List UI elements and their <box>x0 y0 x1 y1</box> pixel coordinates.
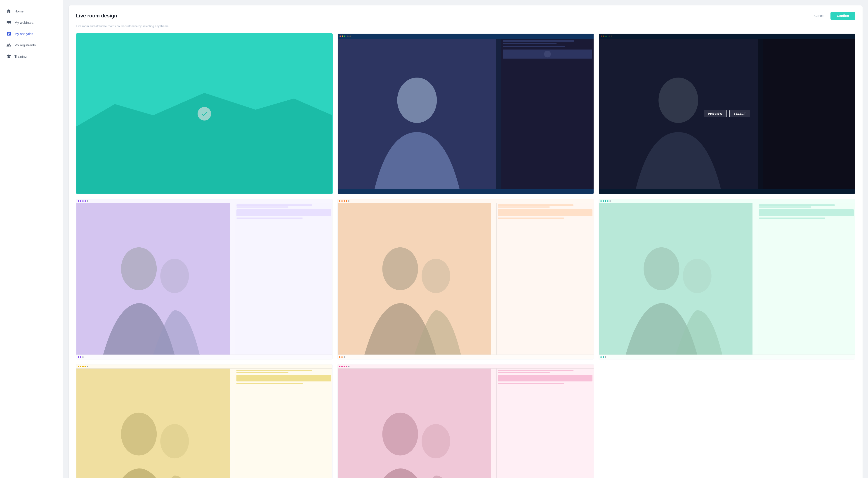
dpi3 <box>344 366 345 367</box>
theme-preview-purple <box>76 199 332 359</box>
fake-topbar-yellow <box>76 364 332 368</box>
green-bg-silhouette <box>76 82 332 193</box>
svg-point-3 <box>160 259 189 293</box>
dp1 <box>78 200 79 202</box>
fake-topbar-pink <box>338 364 594 368</box>
b-do3 <box>344 356 345 358</box>
dark-sidebar <box>501 39 594 189</box>
svg-point-8 <box>121 413 157 456</box>
fake-topbar-purple <box>76 199 332 203</box>
theme-preview-dark2: PREVIEW SELECT <box>599 34 855 194</box>
sidebar-label-analytics: My analytics <box>14 32 33 36</box>
dark-screenshot <box>338 34 594 194</box>
person-svg-yellow <box>76 391 230 478</box>
page-header: Live room design Cancel Confirm <box>76 12 855 20</box>
dot-green <box>344 35 345 37</box>
theme-card-pink[interactable] <box>337 364 594 478</box>
themes-grid: PREVIEW SELECT <box>76 33 855 478</box>
fake-topbar-orange <box>338 199 594 203</box>
dpi5 <box>348 366 349 367</box>
person-svg <box>338 61 496 189</box>
preview-button[interactable]: PREVIEW <box>704 110 726 117</box>
svg-point-6 <box>644 247 679 290</box>
theme-preview-yellow <box>76 364 332 478</box>
theme-preview-pink <box>338 364 594 478</box>
sidebar-item-registrants[interactable]: My registrants <box>0 39 63 51</box>
fake-sidebar-teal <box>758 203 855 355</box>
b-dp2 <box>80 356 81 358</box>
theme-card-orange[interactable] <box>337 199 594 360</box>
dp2 <box>80 200 81 202</box>
sidebar-label-webinars: My webinars <box>14 21 33 24</box>
dt4 <box>607 200 609 202</box>
dp5 <box>87 200 88 202</box>
registrants-icon <box>6 42 11 48</box>
dot-yellow <box>342 35 343 37</box>
dy4 <box>85 366 86 367</box>
fake-sidebar-yellow <box>235 368 332 478</box>
sidebar-item-analytics[interactable]: My analytics <box>0 28 63 39</box>
sidebar-item-home[interactable]: Home <box>0 5 63 17</box>
do4 <box>346 200 347 202</box>
svg-point-9 <box>160 424 189 458</box>
dot-red <box>340 35 341 37</box>
sidebar: Home My webinars My analytics My registr… <box>0 0 63 478</box>
dpi1 <box>339 366 340 367</box>
svg-point-7 <box>683 259 711 293</box>
svg-point-5 <box>422 259 450 293</box>
dots-yellow <box>78 366 88 367</box>
do5 <box>348 200 349 202</box>
theme-card-purple[interactable] <box>76 199 333 360</box>
fake-topbar-teal <box>599 199 855 203</box>
theme-card-yellow[interactable] <box>76 364 333 478</box>
dt5 <box>610 200 611 202</box>
cancel-button[interactable]: Cancel <box>812 12 827 20</box>
theme-preview-green <box>76 34 332 194</box>
sidebar-item-training[interactable]: Training <box>0 51 63 62</box>
home-icon <box>6 8 11 13</box>
confirm-button[interactable]: Confirm <box>831 12 855 20</box>
fake-screenshot-purple <box>76 199 332 359</box>
fake-sidebar-orange <box>496 203 594 355</box>
theme-card-dark1[interactable] <box>337 33 594 194</box>
b-dp1 <box>78 356 79 358</box>
svg-point-0 <box>397 78 437 123</box>
b-do1 <box>339 356 340 358</box>
sidebar-item-webinars[interactable]: My webinars <box>0 17 63 28</box>
page-title: Live room design <box>76 13 117 19</box>
fake-bottombar-purple <box>76 355 332 359</box>
theme-preview-orange <box>338 199 594 359</box>
person-svg-pink <box>338 391 491 478</box>
dt1 <box>600 200 602 202</box>
content-card: Live room design Cancel Confirm Live roo… <box>69 5 863 478</box>
svg-point-2 <box>121 247 157 290</box>
fake-screenshot-orange <box>338 199 594 359</box>
dark-bottombar <box>338 189 594 194</box>
fake-video-purple <box>76 203 230 355</box>
dots-pink <box>339 366 349 367</box>
theme-card-green-selected[interactable] <box>76 33 333 194</box>
dp4 <box>85 200 86 202</box>
main-content: Live room design Cancel Confirm Live roo… <box>63 0 868 478</box>
theme-card-teal[interactable] <box>598 199 855 360</box>
person-svg-purple <box>76 226 230 355</box>
b-dt2 <box>602 356 604 358</box>
fake-video-pink <box>338 368 491 478</box>
dy2 <box>80 366 81 367</box>
do3 <box>344 200 345 202</box>
dy5 <box>87 366 88 367</box>
sidebar-label-registrants: My registrants <box>14 43 36 47</box>
dot-gray2 <box>349 35 351 37</box>
dot-gray1 <box>347 35 348 37</box>
fake-bottombar-orange <box>338 355 594 359</box>
b-dt3 <box>605 356 606 358</box>
dark-video-area <box>338 39 496 189</box>
select-button[interactable]: SELECT <box>730 110 750 117</box>
dp3 <box>82 200 84 202</box>
fake-screenshot-pink <box>338 364 594 478</box>
b-dp3 <box>82 356 84 358</box>
fake-video-orange <box>338 203 491 355</box>
sidebar-label-training: Training <box>14 55 27 58</box>
dots-teal <box>600 200 611 202</box>
theme-card-dark2[interactable]: PREVIEW SELECT <box>598 33 855 194</box>
